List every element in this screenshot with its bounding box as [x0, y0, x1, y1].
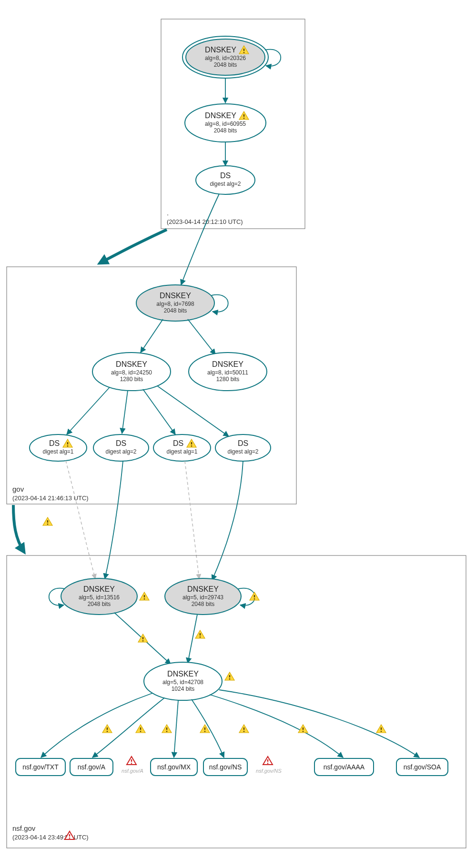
svg-text:nsf.gov/NS: nsf.gov/NS	[209, 763, 242, 771]
node-gov-ds2[interactable]: DS digest alg=2	[93, 434, 149, 461]
node-gov-zsk2[interactable]: DNSKEY alg=8, id=50011 1280 bits	[189, 353, 267, 391]
svg-text:DNSKEY: DNSKEY	[116, 360, 147, 368]
warning-icon	[136, 725, 145, 733]
edge-root-ds-to-gov-ksk	[181, 194, 219, 285]
edge-gov-zsk1-ds2	[122, 391, 128, 434]
node-gov-ds3[interactable]: DS digest alg=1	[153, 434, 211, 461]
svg-text:nsf.gov/AAAA: nsf.gov/AAAA	[324, 763, 365, 771]
svg-text:nsf.gov/A: nsf.gov/A	[122, 768, 143, 774]
svg-text:DS: DS	[49, 439, 60, 447]
node-root-ds[interactable]: DS digest alg=2	[196, 166, 255, 194]
rrset-mx[interactable]: nsf.gov/MX	[151, 758, 197, 776]
svg-text:DNSKEY: DNSKEY	[205, 46, 236, 54]
svg-text:2048 bits: 2048 bits	[214, 61, 237, 68]
svg-text:alg=5, id=13516: alg=5, id=13516	[79, 594, 120, 601]
zone-name-gov: gov	[12, 485, 24, 493]
svg-text:1024 bits: 1024 bits	[172, 686, 195, 692]
edge-zsk-ns	[192, 699, 224, 757]
error-icon	[127, 757, 136, 765]
zone-ts-gov: (2023-04-14 21:46:13 UTC)	[12, 495, 89, 502]
warning-icon	[43, 517, 52, 525]
svg-text:alg=8, id=7698: alg=8, id=7698	[156, 301, 194, 307]
edge-zsk-soa	[219, 690, 419, 757]
svg-point-37	[215, 434, 271, 461]
svg-text:nsf.gov/A: nsf.gov/A	[78, 763, 106, 771]
svg-text:DS: DS	[116, 439, 126, 447]
zone-ts-root: (2023-04-14 20:12:10 UTC)	[167, 218, 243, 225]
svg-text:1280 bits: 1280 bits	[216, 376, 240, 383]
edge-gov-ksk-zsk2	[188, 319, 215, 354]
svg-text:DS: DS	[220, 172, 231, 180]
edge-zsk-a	[92, 698, 164, 757]
node-root-ksk[interactable]: DNSKEY alg=8, id=20326 2048 bits	[182, 36, 268, 78]
svg-text:DNSKEY: DNSKEY	[212, 360, 243, 368]
edge-gov-ksk-zsk1	[141, 319, 163, 353]
node-gov-ksk[interactable]: DNSKEY alg=8, id=7698 2048 bits	[136, 285, 214, 321]
edge-gov-zsk1-ds4	[157, 386, 229, 436]
edge-gov-zsk1-ds3	[143, 389, 175, 434]
node-gov-zsk1[interactable]: DNSKEY alg=8, id=24250 1280 bits	[92, 353, 171, 391]
svg-text:alg=8, id=50011: alg=8, id=50011	[207, 369, 248, 376]
svg-text:DNSKEY: DNSKEY	[83, 585, 115, 593]
warning-icon	[298, 725, 308, 733]
svg-text:alg=8, id=24250: alg=8, id=24250	[111, 369, 152, 376]
warning-icon	[195, 630, 205, 638]
svg-point-28	[30, 434, 87, 461]
svg-text:nsf.gov/MX: nsf.gov/MX	[157, 763, 191, 771]
edge-zsk-txt	[41, 693, 152, 757]
svg-text:2048 bits: 2048 bits	[88, 601, 111, 607]
svg-text:digest alg=2: digest alg=2	[105, 448, 136, 455]
warning-icon	[376, 725, 386, 733]
edge-zsk-aaaa	[210, 695, 343, 757]
zone-ts-nsf: (2023-04-14 23:49:54 UTC)	[12, 834, 89, 841]
zone-name-root: .	[167, 209, 169, 217]
rrset-ns[interactable]: nsf.gov/NS	[203, 758, 247, 776]
svg-text:alg=5, id=29743: alg=5, id=29743	[182, 594, 223, 601]
svg-text:2048 bits: 2048 bits	[192, 601, 215, 607]
svg-text:1280 bits: 1280 bits	[120, 376, 143, 383]
warning-icon	[250, 592, 259, 600]
svg-text:alg=8, id=20326: alg=8, id=20326	[205, 55, 246, 61]
svg-text:DNSKEY: DNSKEY	[187, 585, 219, 593]
svg-text:nsf.gov/SOA: nsf.gov/SOA	[404, 763, 441, 771]
warning-icon	[102, 725, 112, 733]
node-nsf-ksk1[interactable]: DNSKEY alg=5, id=13516 2048 bits	[61, 578, 137, 615]
rrset-txt[interactable]: nsf.gov/TXT	[16, 758, 65, 776]
edge-gov-zsk1-ds1	[67, 387, 110, 434]
svg-point-13	[196, 166, 255, 194]
rrset-aaaa[interactable]: nsf.gov/AAAA	[314, 758, 374, 776]
svg-text:DNSKEY: DNSKEY	[205, 111, 236, 120]
svg-text:nsf.gov/NS: nsf.gov/NS	[256, 768, 282, 774]
svg-text:digest alg=2: digest alg=2	[210, 181, 241, 187]
warning-icon	[162, 725, 172, 733]
warning-icon	[225, 672, 234, 680]
svg-text:DS: DS	[238, 439, 248, 447]
node-gov-ds4[interactable]: DS digest alg=2	[215, 434, 271, 461]
warning-icon	[239, 725, 249, 733]
ghost-ns: nsf.gov/NS	[256, 757, 282, 774]
svg-text:DNSKEY: DNSKEY	[160, 292, 191, 300]
zone-name-nsf: nsf.gov	[12, 824, 36, 832]
edge-ds2-nsfksk1	[105, 461, 123, 579]
rrset-soa[interactable]: nsf.gov/SOA	[396, 758, 448, 776]
node-gov-ds1[interactable]: DS digest alg=1	[30, 434, 87, 461]
error-icon	[263, 757, 273, 765]
node-nsf-ksk2[interactable]: DNSKEY alg=5, id=29743 2048 bits	[165, 578, 241, 615]
dnssec-graph: . (2023-04-14 20:12:10 UTC) DNSKEY alg=8…	[0, 0, 476, 868]
edge-ds4-nsfksk2	[212, 461, 243, 580]
svg-text:nsf.gov/TXT: nsf.gov/TXT	[22, 763, 59, 771]
edge-ds1-nsfksk1	[66, 461, 95, 579]
svg-text:DNSKEY: DNSKEY	[167, 670, 199, 678]
zone-arrow-gov-to-nsf	[13, 505, 24, 552]
svg-point-34	[153, 434, 211, 461]
edge-ds3-nsfksk2	[185, 461, 199, 579]
warning-icon	[140, 592, 149, 600]
rrset-a[interactable]: nsf.gov/A	[70, 758, 113, 776]
svg-text:alg=5, id=42708: alg=5, id=42708	[162, 679, 203, 686]
node-root-zsk[interactable]: DNSKEY alg=8, id=60955 2048 bits	[185, 104, 266, 142]
svg-point-31	[93, 434, 149, 461]
edge-nsfksk2-zsk	[188, 615, 197, 663]
svg-text:DS: DS	[173, 439, 183, 447]
zone-arrow-root-to-gov	[100, 230, 167, 263]
svg-text:digest alg=2: digest alg=2	[227, 448, 258, 455]
